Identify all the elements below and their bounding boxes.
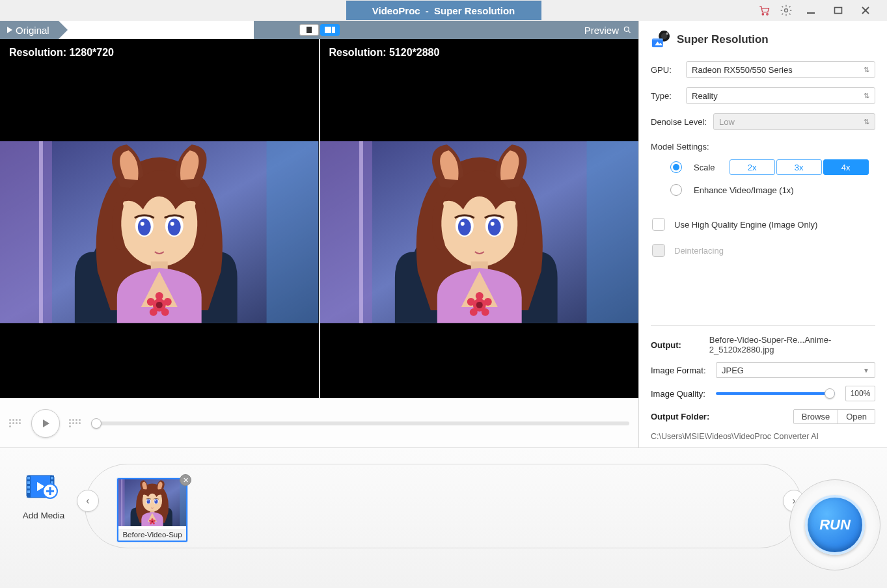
grip-icon xyxy=(9,419,22,427)
browse-button[interactable]: Browse xyxy=(794,410,838,423)
run-button[interactable]: RUN xyxy=(805,495,865,555)
media-strip: Add Media ‹ › ✕ Before-Video-Sup RUN xyxy=(0,448,887,588)
close-icon[interactable] xyxy=(856,3,875,18)
preview-label-text: Preview xyxy=(584,25,619,36)
compare-mode-toggle xyxy=(299,24,340,36)
gpu-select[interactable]: Radeon RX550/550 Series ⇅ xyxy=(686,61,875,78)
svg-point-39 xyxy=(762,14,764,16)
quality-slider[interactable] xyxy=(716,392,835,395)
output-filename: Before-Video-Super-Re...Anime-2_5120x288… xyxy=(709,335,875,354)
add-media-icon xyxy=(25,474,62,503)
grip-icon xyxy=(69,419,82,427)
minimize-icon[interactable] xyxy=(801,3,821,18)
playback-bar xyxy=(0,398,638,448)
remove-thumbnail-button[interactable]: ✕ xyxy=(180,474,191,486)
enhance-radio[interactable] xyxy=(670,184,682,196)
chevron-updown-icon: ⇅ xyxy=(864,92,869,100)
gear-icon[interactable] xyxy=(779,3,793,18)
original-label-text: Original xyxy=(16,25,49,36)
comparison-viewer: Resolution: 1280*720 Resolution: 5120*28… xyxy=(0,39,638,398)
type-select[interactable]: Reality ⇅ xyxy=(686,87,875,104)
svg-rect-42 xyxy=(807,12,815,14)
search-icon xyxy=(623,25,632,34)
output-block: Output: Before-Video-Super-Re...Anime-2_… xyxy=(651,325,875,441)
svg-point-40 xyxy=(767,14,769,16)
type-label: Type: xyxy=(651,91,681,101)
quality-label: Image Quality: xyxy=(651,389,711,399)
add-media-label: Add Media xyxy=(14,511,73,520)
cart-icon[interactable] xyxy=(757,3,771,18)
super-resolution-icon xyxy=(651,30,670,49)
preview-panel: Original Preview Resolution: 1280*720 Re… xyxy=(0,21,639,448)
chevron-updown-icon: ⇅ xyxy=(864,118,869,126)
play-button[interactable] xyxy=(31,409,60,438)
chevron-down-icon: ▼ xyxy=(863,367,869,374)
enhance-label: Enhance Video/Image (1x) xyxy=(694,185,794,195)
output-folder-path: C:\Users\MSIE\Videos\VideoProc Converter… xyxy=(651,432,875,441)
denoise-label: Denoise Level: xyxy=(651,117,708,127)
thumbnail-image xyxy=(118,479,186,526)
preview-label: Preview xyxy=(571,21,638,39)
panel-title: Super Resolution xyxy=(677,33,769,46)
prev-button[interactable]: ‹ xyxy=(77,490,99,512)
scale-option-row: Scale 2x 3x 4x xyxy=(651,159,875,175)
upscaled-image xyxy=(320,141,639,323)
model-settings-label: Model Settings: xyxy=(651,142,875,152)
quality-value: 100% xyxy=(845,386,875,401)
page-name: Super Resolution xyxy=(434,5,515,16)
scale-label: Scale xyxy=(694,163,715,172)
run-button-frame: RUN xyxy=(789,479,880,570)
type-value: Reality xyxy=(692,91,718,101)
compare-side-button[interactable] xyxy=(320,24,340,36)
original-view: Resolution: 1280*720 xyxy=(0,39,319,398)
upscaled-view: Resolution: 5120*2880 xyxy=(319,39,639,398)
deinterlace-checkbox xyxy=(652,244,665,257)
preview-header: Original Preview xyxy=(0,21,638,39)
hq-engine-label: Use High Quality Engine (Image Only) xyxy=(674,220,817,230)
strip-frame xyxy=(85,464,802,548)
compare-single-button[interactable] xyxy=(299,24,319,36)
denoise-select[interactable]: Low ⇅ xyxy=(713,113,875,130)
output-label: Output: xyxy=(651,340,704,350)
seek-slider[interactable] xyxy=(91,421,629,425)
scale-2x-button[interactable]: 2x xyxy=(730,159,775,175)
titlebar: VideoProc - Super Resolution xyxy=(0,0,887,21)
media-thumbnail[interactable]: ✕ Before-Video-Sup xyxy=(117,478,187,542)
denoise-value: Low xyxy=(719,117,735,127)
scale-radio[interactable] xyxy=(670,161,682,173)
format-value: JPEG xyxy=(722,366,744,375)
scale-3x-button[interactable]: 3x xyxy=(776,159,822,175)
upscaled-resolution: Resolution: 5120*2880 xyxy=(320,39,639,66)
gpu-label: GPU: xyxy=(651,65,681,75)
folder-label: Output Folder: xyxy=(651,412,711,421)
chevron-updown-icon: ⇅ xyxy=(864,66,869,74)
open-button[interactable]: Open xyxy=(838,410,875,423)
hq-engine-checkbox[interactable] xyxy=(652,218,665,231)
svg-rect-43 xyxy=(835,8,842,14)
original-image xyxy=(0,141,319,323)
deinterlace-label: Deinterlacing xyxy=(674,246,724,256)
app-name: VideoProc xyxy=(372,5,420,16)
gpu-value: Radeon RX550/550 Series xyxy=(692,65,793,75)
format-select[interactable]: JPEG ▼ xyxy=(716,362,875,378)
original-label: Original xyxy=(0,21,59,39)
maximize-icon[interactable] xyxy=(828,3,848,18)
settings-panel: Super Resolution GPU: Radeon RX550/550 S… xyxy=(639,21,887,448)
window-title: VideoProc - Super Resolution xyxy=(346,1,541,20)
svg-point-44 xyxy=(624,27,629,31)
enhance-option-row: Enhance Video/Image (1x) xyxy=(651,184,875,196)
format-label: Image Format: xyxy=(651,366,711,375)
add-media-button[interactable]: Add Media xyxy=(14,474,73,520)
thumbnail-name: Before-Video-Sup xyxy=(118,529,186,541)
original-resolution: Resolution: 1280*720 xyxy=(0,39,319,66)
scale-4x-button[interactable]: 4x xyxy=(823,159,869,175)
svg-point-41 xyxy=(785,9,788,12)
